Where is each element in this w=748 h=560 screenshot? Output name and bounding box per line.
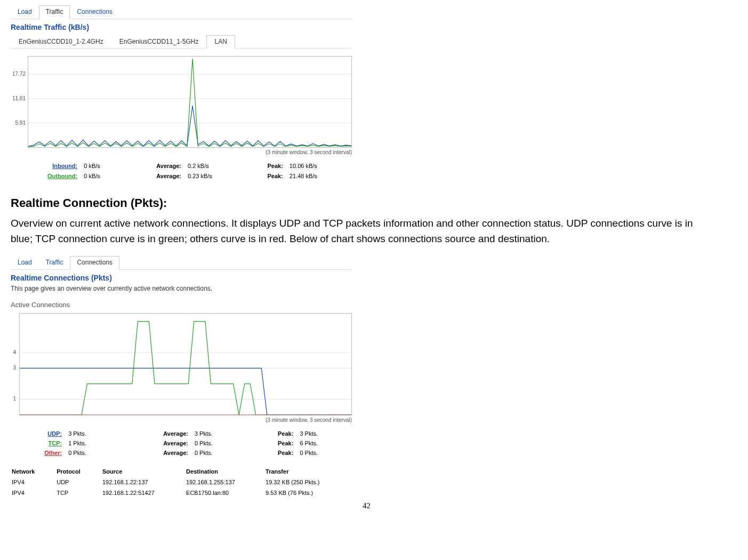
table-row: IPV4UDP192.168.1.22:137192.168.1.255:137… — [12, 477, 351, 487]
subtab-24ghz[interactable]: EnGeniusCCDD10_1-2.4GHz — [11, 35, 111, 49]
tcp-peak: 6 Pkts. — [296, 438, 352, 448]
inbound-label: Inbound: — [52, 163, 77, 169]
conn-caption: (3 minute window, 3 second interval) — [11, 417, 352, 423]
traffic-panel: Load Traffic Connections Realtime Traffi… — [11, 5, 352, 181]
udp-avg-label: Average: — [120, 429, 191, 438]
inbound-peak-label: Peak: — [244, 161, 286, 171]
other-peak-label: Peak: — [247, 448, 297, 458]
traffic-chart-wrap: 5.9111.8117.72 — [28, 56, 352, 148]
conn-subtitle: This page gives an overview over current… — [11, 285, 352, 293]
udp-peak-label: Peak: — [247, 429, 297, 438]
traffic-title: Realtime Traffic (kB/s) — [11, 22, 352, 32]
cell-protocol: TCP — [57, 488, 101, 498]
cell-network: IPV4 — [12, 488, 55, 498]
cell-destination: ECB1750.lan:80 — [186, 488, 264, 498]
inbound-peak: 10.06 kB/s — [286, 161, 352, 171]
th-source: Source — [102, 467, 185, 476]
outbound-peak-label: Peak: — [244, 171, 286, 181]
doc-heading: Realtime Connection (Pkts): — [11, 196, 737, 211]
table-row: IPV4TCP192.168.1.22:51427ECB1750.lan:809… — [12, 488, 351, 498]
udp-avg: 3 Pkts. — [191, 429, 247, 438]
udp-label: UDP: — [47, 430, 62, 437]
tcp-peak-label: Peak: — [247, 438, 297, 448]
traffic-caption: (3 minute window, 3 second interval) — [11, 149, 352, 156]
other-peak: 0 Pkts. — [296, 448, 352, 458]
tcp-avg-label: Average: — [120, 438, 191, 448]
outbound-avg: 0.23 kB/s — [184, 171, 244, 181]
conn-tabbar: Load Traffic Connections — [11, 256, 352, 270]
th-network: Network — [12, 467, 55, 476]
tcp-now: 1 Pkts. — [65, 438, 120, 448]
tcp-avg: 0 Pkts. — [191, 438, 247, 448]
traffic-chart — [28, 56, 352, 148]
tab-traffic[interactable]: Traffic — [39, 5, 70, 19]
cell-source: 192.168.1.22:51427 — [102, 488, 185, 498]
th-destination: Destination — [186, 467, 264, 476]
conn-tab-load[interactable]: Load — [11, 256, 39, 269]
cell-destination: 192.168.1.255:137 — [186, 477, 264, 487]
conn-stats: UDP: 3 Pkts. Average: 3 Pkts. Peak: 3 Pk… — [11, 429, 352, 458]
tab-load[interactable]: Load — [11, 5, 39, 19]
tab-connections[interactable]: Connections — [70, 5, 119, 19]
other-avg-label: Average: — [120, 448, 191, 458]
conn-chart-wrap: 134 — [19, 313, 352, 415]
other-now: 0 Pkts. — [65, 448, 120, 458]
udp-now: 3 Pkts. — [65, 429, 120, 438]
outbound-peak: 21.48 kB/s — [286, 171, 352, 181]
page-number: 42 — [363, 501, 737, 511]
cell-protocol: UDP — [57, 477, 101, 487]
cell-transfer: 9.53 KB (76 Pkts.) — [266, 488, 351, 498]
cell-transfer: 19.32 KB (250 Pkts.) — [266, 477, 351, 487]
subtab-lan[interactable]: LAN — [206, 35, 235, 49]
inbound-now: 0 kB/s — [81, 161, 124, 171]
conn-tab-connections[interactable]: Connections — [70, 256, 119, 270]
th-protocol: Protocol — [57, 467, 101, 476]
traffic-tabbar: Load Traffic Connections — [11, 5, 352, 19]
cell-network: IPV4 — [12, 477, 55, 487]
conn-legend: Active Connections — [11, 301, 352, 310]
tcp-label: TCP: — [48, 440, 62, 446]
other-avg: 0 Pkts. — [191, 448, 247, 458]
udp-peak: 3 Pkts. — [296, 429, 352, 438]
th-transfer: Transfer — [266, 467, 351, 476]
doc-body: Overview on current active network conne… — [11, 215, 714, 247]
other-label: Other: — [44, 450, 62, 456]
connections-table: Network Protocol Source Destination Tran… — [11, 466, 352, 499]
outbound-avg-label: Average: — [124, 171, 184, 181]
outbound-now: 0 kB/s — [81, 171, 124, 181]
connections-panel: Load Traffic Connections Realtime Connec… — [11, 256, 352, 499]
inbound-avg: 0.2 kB/s — [184, 161, 244, 171]
inbound-avg-label: Average: — [124, 161, 184, 171]
conn-tab-traffic[interactable]: Traffic — [39, 256, 70, 269]
subtab-5ghz[interactable]: EnGeniusCCDD11_1-5GHz — [111, 35, 207, 49]
conn-chart — [19, 313, 352, 415]
cell-source: 192.168.1.22:137 — [102, 477, 185, 487]
traffic-subtabs: EnGeniusCCDD10_1-2.4GHz EnGeniusCCDD11_1… — [11, 35, 352, 49]
outbound-label: Outbound: — [47, 173, 77, 179]
traffic-stats: Inbound: 0 kB/s Average: 0.2 kB/s Peak: … — [11, 161, 352, 181]
conn-title: Realtime Connections (Pkts) — [11, 273, 352, 283]
